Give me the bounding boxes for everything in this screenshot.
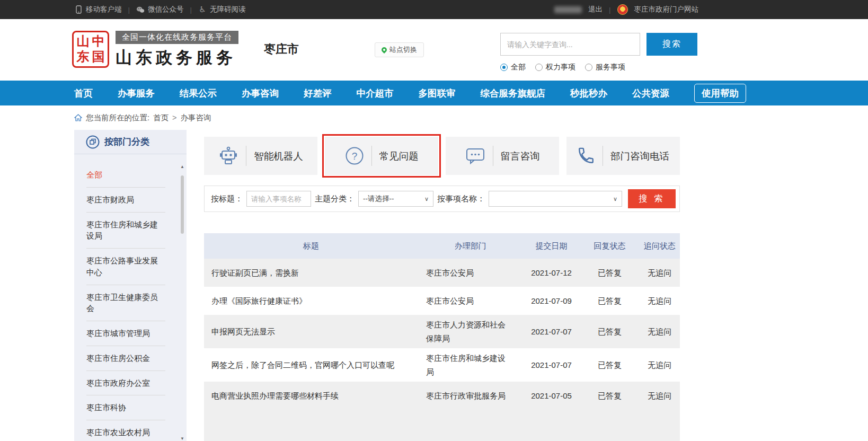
- tab-label: 部门咨询电话: [610, 149, 669, 163]
- sidebar-scrollbar[interactable]: ▲ ▼: [179, 165, 185, 441]
- filter-search-button[interactable]: 搜 索: [628, 189, 676, 208]
- row-reply-status: 已答复: [580, 266, 639, 280]
- tab-department-phone[interactable]: 部门咨询电话: [566, 137, 680, 175]
- tab-message-consult[interactable]: 留言咨询: [446, 137, 559, 175]
- divider: [603, 146, 603, 166]
- department-category-icon: [86, 135, 100, 149]
- department-item[interactable]: 枣庄市住房公积金: [86, 346, 165, 371]
- table-row[interactable]: 行驶证副页已满，需换新 枣庄市公安局 2021-07-12 已答复 无追问: [204, 259, 680, 287]
- row-date: 2021-07-12: [523, 266, 580, 280]
- row-title-link[interactable]: 申报网页无法显示: [204, 325, 418, 339]
- main-navbar: 首页 办事服务 结果公示 办事咨询 好差评 中介超市 多图联审 综合服务旗舰店 …: [0, 81, 868, 105]
- chevron-down-icon: ∨: [424, 196, 429, 202]
- row-title-link[interactable]: 办理《国际旅行健康证书》: [204, 294, 418, 308]
- logout-link[interactable]: 退出: [588, 5, 603, 14]
- column-date: 提交日期: [523, 239, 580, 253]
- search-scope-radios: 全部 权力事项 服务事项: [500, 63, 625, 72]
- table-row[interactable]: 网签之后，除了合同二维码，官网哪个入口可以查呢 枣庄市住房和城乡建设局 2021…: [204, 348, 680, 382]
- tab-faq[interactable]: ? 常见问题: [325, 137, 438, 175]
- accessibility-link[interactable]: ♿ 无障碍阅读: [198, 5, 246, 14]
- department-item[interactable]: 全部: [86, 163, 165, 188]
- table-row[interactable]: 申报网页无法显示 枣庄市人力资源和社会保障局 2021-07-07 已答复 无追…: [204, 315, 680, 348]
- username-redacted: [554, 6, 582, 13]
- column-followup-status: 追问状态: [640, 239, 680, 253]
- department-item[interactable]: 枣庄市住房和城乡建设局: [86, 213, 165, 249]
- separator: |: [609, 6, 611, 14]
- row-title-link[interactable]: 电商营业执照办理需要哪些材料手续: [204, 389, 418, 403]
- separator: |: [128, 6, 130, 14]
- content: 按部门分类 全部 枣庄市财政局 枣庄市住房和城乡建设局 枣庄市公路事业发展中心 …: [74, 130, 698, 441]
- city-name: 枣庄市: [264, 41, 299, 57]
- table-row[interactable]: 办理《国际旅行健康证书》 枣庄市公安局 2021-07-09 已答复 无追问: [204, 287, 680, 315]
- item-select[interactable]: ∨: [489, 191, 622, 207]
- sidebar-title: 按部门分类: [104, 136, 149, 148]
- site-switch-button[interactable]: 站点切换: [375, 42, 424, 57]
- nav-item[interactable]: 办事咨询: [242, 87, 279, 100]
- table-row[interactable]: 电商营业执照办理需要哪些材料手续 枣庄市行政审批服务局 2021-07-05 已…: [204, 382, 680, 410]
- title-filter-input[interactable]: [246, 191, 311, 207]
- radio-label: 服务事项: [596, 63, 625, 72]
- topic-select[interactable]: --请选择-- ∨: [358, 191, 433, 207]
- title-filter-label: 按标题：: [211, 194, 243, 204]
- scroll-up-icon[interactable]: ▲: [180, 165, 184, 169]
- breadcrumb: 您当前所在的位置: 首页 > 办事咨询: [0, 105, 868, 130]
- department-item[interactable]: 枣庄市农业农村局: [86, 420, 165, 441]
- nav-item[interactable]: 好差评: [304, 87, 332, 100]
- nav-item[interactable]: 秒批秒办: [570, 87, 607, 100]
- nav-item[interactable]: 使用帮助: [694, 84, 746, 103]
- message-bubble-icon: [465, 147, 485, 165]
- wechat-link[interactable]: 微信公众号: [136, 5, 184, 14]
- nav-item[interactable]: 多图联审: [419, 87, 456, 100]
- nav-item[interactable]: 首页: [74, 87, 93, 100]
- department-item[interactable]: 枣庄市公路事业发展中心: [86, 249, 165, 285]
- table-row-partial: [204, 410, 680, 441]
- column-reply-status: 回复状态: [580, 239, 639, 253]
- row-title-link[interactable]: 网签之后，除了合同二维码，官网哪个入口可以查呢: [204, 358, 418, 372]
- mobile-app-link[interactable]: 移动客户端: [74, 5, 122, 14]
- row-followup-status: 无追问: [640, 266, 680, 280]
- robot-icon: [218, 146, 238, 165]
- row-date: 2021-07-07: [523, 358, 580, 372]
- row-reply-status: 已答复: [580, 294, 639, 308]
- header-search-button[interactable]: 搜索: [646, 33, 697, 56]
- keyword-search-input[interactable]: [500, 33, 640, 56]
- faq-table: 标题 办理部门 提交日期 回复状态 追问状态 行驶证副页已满，需换新 枣庄市公安…: [204, 233, 680, 441]
- scrollbar-track[interactable]: [180, 170, 184, 436]
- scrollbar-thumb[interactable]: [181, 175, 184, 234]
- tab-label: 留言咨询: [501, 149, 540, 163]
- scroll-down-icon[interactable]: ▼: [180, 437, 184, 441]
- breadcrumb-home[interactable]: 首页: [153, 113, 169, 123]
- site-logo[interactable]: 山中 东国 全国一体化在线政务服务平台 山东政务服务: [72, 31, 238, 69]
- row-reply-status: 已答复: [580, 389, 639, 403]
- row-department: 枣庄市人力资源和社会保障局: [418, 318, 523, 345]
- nav-item[interactable]: 结果公示: [180, 87, 217, 100]
- department-item[interactable]: 枣庄市城市管理局: [86, 321, 165, 346]
- platform-badge: 全国一体化在线政务服务平台: [116, 31, 238, 44]
- nav-item[interactable]: 综合服务旗舰店: [481, 87, 546, 100]
- divider: [493, 146, 493, 166]
- department-item[interactable]: 枣庄市财政局: [86, 188, 165, 213]
- accessibility-label: 无障碍阅读: [210, 5, 246, 14]
- portal-link[interactable]: 枣庄市政府门户网站: [634, 5, 699, 14]
- scope-radio-option[interactable]: 权力事项: [535, 63, 575, 72]
- question-circle-icon: ?: [345, 146, 364, 165]
- radio-icon: [535, 64, 543, 71]
- nav-item[interactable]: 中介超市: [357, 87, 394, 100]
- row-reply-status: 已答复: [580, 325, 639, 339]
- department-sidebar: 按部门分类 全部 枣庄市财政局 枣庄市住房和城乡建设局 枣庄市公路事业发展中心 …: [74, 130, 187, 441]
- scope-radio-option[interactable]: 服务事项: [585, 63, 625, 72]
- scope-radio-option[interactable]: 全部: [500, 63, 526, 72]
- department-item[interactable]: 枣庄市政府办公室: [86, 371, 165, 396]
- radio-label: 全部: [511, 63, 526, 72]
- breadcrumb-separator: >: [172, 113, 176, 122]
- site-switch-label: 站点切换: [389, 45, 417, 55]
- topic-filter-label: 主题分类：: [315, 194, 355, 204]
- wechat-label: 微信公众号: [148, 5, 184, 14]
- svg-text:?: ?: [351, 151, 357, 162]
- tab-smart-robot[interactable]: 智能机器人: [204, 137, 317, 175]
- nav-item[interactable]: 办事服务: [118, 87, 155, 100]
- nav-item[interactable]: 公共资源: [632, 87, 669, 100]
- row-title-link[interactable]: 行驶证副页已满，需换新: [204, 266, 418, 280]
- department-item[interactable]: 枣庄市科协: [86, 395, 165, 420]
- department-item[interactable]: 枣庄市卫生健康委员会: [86, 285, 165, 322]
